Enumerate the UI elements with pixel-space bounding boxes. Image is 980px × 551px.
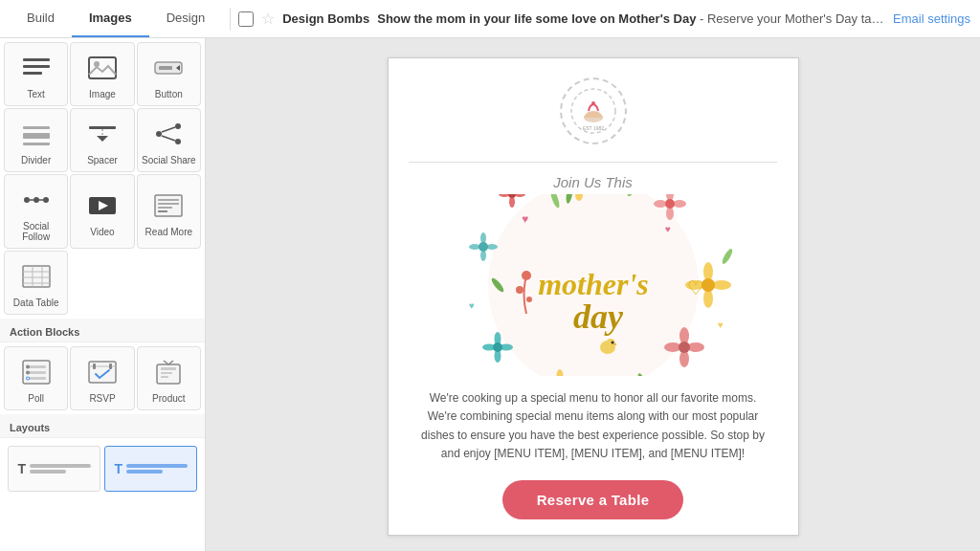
sidebar-item-image[interactable]: Image bbox=[70, 42, 134, 106]
svg-rect-2 bbox=[23, 72, 42, 75]
blocks-grid: Text Image bbox=[0, 38, 205, 319]
svg-point-117 bbox=[606, 339, 615, 348]
layout-item-2[interactable]: T bbox=[104, 446, 197, 492]
svg-rect-51 bbox=[161, 372, 172, 374]
svg-point-16 bbox=[175, 139, 181, 144]
action-blocks-grid: Poll RSVP bbox=[0, 342, 205, 414]
svg-point-111 bbox=[516, 286, 523, 294]
email-preview: EST 1982 Join Us This bbox=[388, 57, 799, 536]
preview-body-text: We're cooking up a special menu to honor… bbox=[417, 389, 769, 463]
layout-item-1[interactable]: T bbox=[8, 446, 100, 492]
email-settings-link[interactable]: Email settings bbox=[893, 11, 970, 26]
sidebar: Text Image bbox=[0, 38, 206, 551]
layouts-grid: T T bbox=[0, 438, 205, 499]
tab-build[interactable]: Build bbox=[10, 0, 72, 37]
data-table-label: Data Table bbox=[13, 298, 59, 308]
sidebar-item-social-share[interactable]: Social Share bbox=[137, 108, 201, 172]
tab-design[interactable]: Design bbox=[149, 0, 222, 37]
video-icon bbox=[85, 188, 120, 223]
sidebar-item-video[interactable]: Video bbox=[70, 174, 134, 249]
svg-point-55 bbox=[591, 101, 595, 105]
svg-point-19 bbox=[24, 197, 30, 203]
text-label: Text bbox=[27, 89, 44, 99]
button-icon bbox=[151, 51, 186, 85]
svg-text:♡: ♡ bbox=[687, 277, 704, 298]
preview-divider bbox=[409, 162, 777, 163]
svg-text:mother's: mother's bbox=[538, 267, 649, 301]
svg-point-67 bbox=[666, 207, 674, 220]
reserve-table-button[interactable]: Reserve a Table bbox=[502, 480, 684, 519]
svg-point-14 bbox=[156, 131, 162, 137]
select-checkbox[interactable] bbox=[238, 11, 254, 27]
logo-circle: EST 1982 bbox=[560, 77, 627, 144]
rsvp-label: RSVP bbox=[89, 393, 115, 404]
tab-images[interactable]: Images bbox=[72, 0, 149, 37]
svg-rect-1 bbox=[23, 65, 50, 68]
sidebar-item-read-more[interactable]: Read More bbox=[137, 174, 201, 249]
brand-name: Design Bombs bbox=[282, 11, 369, 26]
svg-rect-48 bbox=[109, 364, 112, 369]
svg-line-17 bbox=[162, 127, 175, 132]
preview-subtitle: Join Us This bbox=[553, 170, 633, 194]
svg-text:♥: ♥ bbox=[665, 224, 671, 234]
svg-text:♥: ♥ bbox=[718, 320, 724, 330]
svg-point-78 bbox=[508, 194, 516, 198]
svg-point-39 bbox=[26, 365, 30, 369]
social-follow-label: Social Follow bbox=[9, 221, 63, 242]
data-table-icon bbox=[19, 259, 54, 294]
spacer-icon bbox=[85, 117, 120, 151]
svg-point-89 bbox=[679, 342, 690, 353]
social-follow-icon bbox=[19, 183, 54, 217]
svg-point-20 bbox=[33, 197, 39, 203]
svg-rect-50 bbox=[161, 367, 176, 370]
sidebar-item-data-table[interactable]: Data Table bbox=[4, 251, 68, 315]
sidebar-item-social-follow[interactable]: Social Follow bbox=[4, 174, 68, 249]
svg-point-21 bbox=[43, 197, 49, 203]
sidebar-item-divider[interactable]: Divider bbox=[4, 108, 68, 172]
svg-text:♥: ♥ bbox=[522, 212, 528, 226]
button-label: Button bbox=[155, 89, 183, 99]
image-icon bbox=[85, 51, 120, 85]
logo-svg: EST 1982 bbox=[569, 87, 617, 135]
social-share-label: Social Share bbox=[142, 155, 196, 165]
flowers-area: ♥ ♥ ♥ ♥ mother bbox=[389, 194, 798, 376]
star-icon[interactable]: ☆ bbox=[261, 10, 275, 28]
svg-rect-29 bbox=[158, 207, 172, 209]
poll-label: Poll bbox=[28, 393, 44, 404]
divider-label: Divider bbox=[21, 155, 51, 165]
sidebar-item-poll[interactable]: Poll bbox=[4, 346, 68, 410]
layouts-label: Layouts bbox=[0, 414, 205, 438]
read-more-icon bbox=[151, 188, 186, 223]
sidebar-item-product[interactable]: Product bbox=[137, 346, 201, 410]
svg-text:♥: ♥ bbox=[469, 300, 475, 311]
layout-preview-2: T bbox=[113, 454, 189, 483]
svg-point-118 bbox=[611, 342, 613, 344]
main-layout: Text Image bbox=[0, 38, 980, 551]
divider bbox=[230, 8, 231, 31]
flowers-svg: ♥ ♥ ♥ ♥ mother bbox=[431, 194, 756, 376]
image-label: Image bbox=[89, 89, 116, 99]
svg-point-41 bbox=[26, 371, 30, 375]
svg-rect-9 bbox=[23, 133, 50, 139]
product-icon bbox=[151, 355, 186, 389]
top-bar: Build Images Design ☆ Design Bombs Show … bbox=[0, 0, 980, 38]
main-content: EST 1982 Join Us This bbox=[206, 38, 980, 551]
product-label: Product bbox=[152, 393, 185, 404]
svg-text:EST 1982: EST 1982 bbox=[582, 125, 603, 131]
preview-text-area: We're cooking up a special menu to honor… bbox=[389, 376, 798, 473]
divider-icon bbox=[19, 117, 54, 151]
sidebar-item-rsvp[interactable]: RSVP bbox=[70, 346, 134, 410]
svg-rect-11 bbox=[89, 126, 116, 129]
svg-line-18 bbox=[162, 136, 175, 141]
spacer-label: Spacer bbox=[87, 155, 118, 165]
rsvp-icon bbox=[85, 355, 120, 389]
sidebar-item-text[interactable]: Text bbox=[4, 42, 68, 106]
svg-point-15 bbox=[175, 123, 181, 129]
subject-strong: Show the mom in your life some love on M… bbox=[377, 11, 696, 26]
layout-preview-1: T bbox=[16, 454, 93, 483]
svg-rect-52 bbox=[161, 376, 168, 378]
sidebar-item-button[interactable]: Button bbox=[137, 42, 201, 106]
action-blocks-label: Action Blocks bbox=[0, 319, 205, 342]
svg-point-108 bbox=[720, 248, 733, 266]
sidebar-item-spacer[interactable]: Spacer bbox=[70, 108, 134, 172]
